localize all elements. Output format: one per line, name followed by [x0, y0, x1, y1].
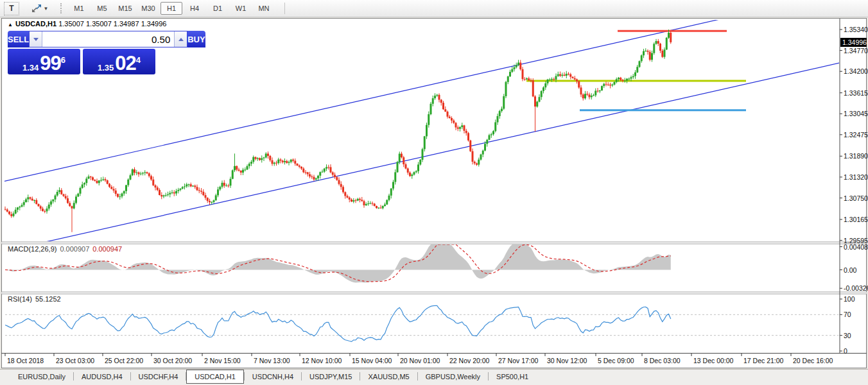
mt4-terminal: T ▼ M1M5M15M30H1H4D1W1MN ▲USDCAD,H1 1.35…	[0, 0, 868, 385]
price-axis-label: 1.34770	[844, 47, 868, 55]
chart-tab-usdjpy[interactable]: USDJPY,M15	[302, 370, 360, 383]
chart-tab-gbpusd[interactable]: GBPUSD,Weekly	[418, 370, 488, 383]
macd-axis-label: 0.00	[844, 266, 856, 274]
one-click-trading-panel: SELL BUY 1.34 99 6 1.35	[8, 31, 155, 74]
price-axis-label: 1.35340	[844, 26, 868, 33]
volume-increase-button[interactable]	[174, 31, 187, 47]
chart-tab-sp500[interactable]: SP500,H1	[489, 370, 536, 383]
time-axis-label: 5 Dec 09:00	[598, 357, 634, 364]
volume-control	[29, 31, 187, 47]
macd-axis-label: -0.003262	[844, 284, 868, 292]
rsi-axis-label: 0	[844, 347, 847, 355]
sell-price-big: 99	[40, 55, 60, 73]
rsi-axis-label: 30	[844, 332, 851, 339]
time-axis-label: 22 Nov 20:00	[449, 357, 489, 364]
time-axis-label: 25 Oct 22:00	[105, 357, 143, 364]
chart-tab-audusd[interactable]: AUDUSD,H4	[74, 370, 130, 383]
time-axis-label: 30 Oct 20:00	[153, 357, 192, 364]
chart-tab-xauusd[interactable]: XAUUSD,M5	[360, 370, 417, 383]
rsi-axis-label: 100	[844, 295, 855, 303]
time-axis-label: 23 Oct 03:00	[56, 357, 94, 364]
chart-tab-usdchf[interactable]: USDCHF,H4	[131, 370, 186, 383]
buy-price-big: 02	[115, 55, 135, 73]
chart-ohlc: 1.35007 1.35007 1.34987 1.34996	[58, 20, 166, 28]
price-axis-label: 1.32475	[844, 131, 868, 139]
price-axis-label: 1.34200	[844, 67, 868, 75]
time-axis-label: 13 Dec 00:00	[693, 357, 733, 364]
time-axis-label: 7 Nov 13:00	[254, 357, 290, 364]
buy-price-sup: 4	[136, 55, 141, 65]
buy-price-display[interactable]: 1.35 02 4	[83, 49, 155, 74]
time-axis-label: 2 Nov 15:00	[204, 357, 241, 364]
rsi-axis-label: 70	[844, 311, 851, 318]
chart-tab-bar: EURUSD,DailyAUDUSD,H4USDCHF,H4USDCAD,H1U…	[0, 369, 868, 385]
sell-button[interactable]: SELL	[8, 31, 29, 47]
time-axis-label: 20 Nov 01:00	[400, 357, 440, 364]
time-axis-label: 12 Nov 10:00	[302, 357, 342, 364]
price-axis-label: 1.31890	[844, 152, 868, 160]
chart-tab-eurusd[interactable]: EURUSD,Daily	[10, 370, 73, 383]
arrow-up-icon	[178, 38, 184, 41]
price-axis-label: 1.33615	[844, 89, 868, 97]
buy-button[interactable]: BUY	[187, 31, 205, 47]
time-axis-label: 15 Nov 04:00	[352, 357, 392, 364]
macd-axis-label: 0.004083	[844, 243, 868, 251]
volume-decrease-button[interactable]	[30, 31, 42, 47]
time-axis-label: 17 Dec 21:00	[743, 357, 783, 364]
macd-value-signal: 0.000947	[92, 245, 122, 253]
rsi-label: RSI(14)55.1252	[8, 295, 61, 303]
rsi-value: 55.1252	[35, 295, 61, 303]
buy-price-prefix: 1.35	[98, 63, 114, 73]
time-axis-label: 30 Nov 12:00	[547, 357, 587, 364]
time-axis-label: 27 Nov 17:00	[498, 357, 538, 364]
chart-tab-usdcnh[interactable]: USDCNH,H4	[245, 370, 301, 383]
sell-price-display[interactable]: 1.34 99 6	[8, 49, 80, 74]
price-axis-label: 1.33045	[844, 110, 868, 117]
price-axis-label: 1.31320	[844, 173, 868, 181]
volume-input[interactable]	[42, 31, 174, 47]
sell-price-prefix: 1.34	[22, 63, 39, 73]
chart-title: ▲USDCAD,H1 1.35007 1.35007 1.34987 1.349…	[8, 20, 166, 28]
time-axis-label: 18 Oct 2018	[7, 357, 44, 364]
price-axis-label: 1.30165	[844, 216, 868, 223]
time-axis-label: 20 Dec 16:00	[793, 357, 833, 364]
rsi-pane	[5, 305, 838, 341]
arrow-down-icon	[33, 38, 39, 41]
rsi-line	[5, 305, 671, 341]
sell-price-sup: 6	[61, 55, 65, 65]
macd-label: MACD(12,26,9)0.0009070.000947	[8, 245, 122, 253]
time-axis-label: 8 Dec 03:00	[644, 357, 681, 364]
collapse-triangle-icon[interactable]: ▲	[8, 22, 13, 28]
current-price-badge: 1.34996	[840, 38, 867, 47]
macd-value-main: 0.000907	[60, 245, 89, 253]
chart-symbol: USDCAD,H1	[15, 20, 56, 28]
price-axis-label: 1.30750	[844, 194, 868, 202]
chart-tab-usdcad[interactable]: USDCAD,H1	[186, 370, 244, 384]
